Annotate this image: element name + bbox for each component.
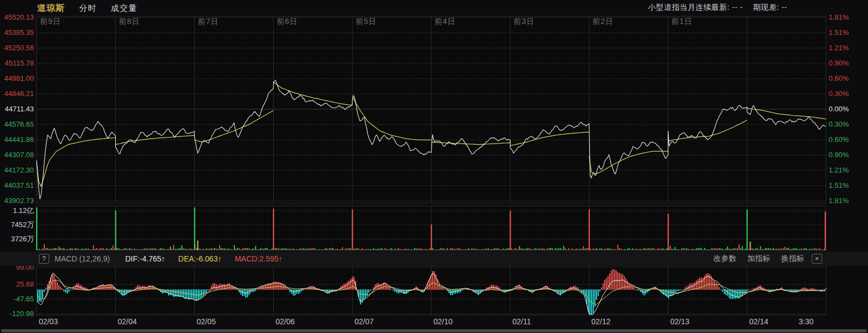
price-axis-label: 44037.51 bbox=[0, 181, 34, 189]
percent-axis-label: 1.51% bbox=[829, 181, 849, 189]
macd-header-bar: ? MACD (12,26,9) DIF:-4.765↑ DEA:-6.063↑… bbox=[0, 252, 868, 266]
top-bar: 道琼斯 分时 成交量 小型道指当月连续最新: -- - 期现差: -- bbox=[0, 0, 868, 16]
date-axis-label: 02/04 bbox=[118, 317, 137, 326]
volume-axis-label: 1.12亿 bbox=[0, 206, 34, 215]
horizontal-scrollbar[interactable] bbox=[1, 329, 867, 332]
day-section-label: 前8日 bbox=[119, 17, 140, 27]
macd-dea-value: DEA:-6.063↑ bbox=[178, 254, 221, 263]
basis-label: 期现差: bbox=[753, 3, 779, 11]
percent-axis-label: 0.90% bbox=[829, 59, 849, 67]
macd-dif-value: DIF:-4.765↑ bbox=[125, 254, 165, 263]
switch-indicator-button[interactable]: 换指标 bbox=[781, 254, 804, 264]
macd-axis-label: 25.68 bbox=[0, 280, 34, 288]
macd-buttons: 改参数 加指标 换指标 bbox=[713, 254, 804, 264]
macd-axis-label: -120.98 bbox=[0, 310, 34, 318]
price-axis-label: 44846.21 bbox=[0, 90, 34, 98]
day-section-label: 前5日 bbox=[356, 17, 377, 27]
price-axis-label: 44711.43 bbox=[0, 105, 34, 113]
macd-help-button[interactable]: ? bbox=[39, 254, 49, 264]
price-axis-label: 44172.30 bbox=[0, 166, 34, 174]
price-axis-label: 45520.13 bbox=[0, 13, 34, 21]
date-axis-label: 02/10 bbox=[434, 317, 453, 326]
percent-axis-label: 0.30% bbox=[829, 120, 849, 128]
date-axis-label: 02/07 bbox=[355, 317, 374, 326]
date-axis-label: 02/03 bbox=[39, 317, 58, 326]
session-end-time-label: 3:30 bbox=[799, 317, 813, 326]
change-params-button[interactable]: 改参数 bbox=[713, 254, 736, 264]
day-section-label: 前3日 bbox=[513, 17, 535, 27]
price-axis-label: 44307.08 bbox=[0, 151, 34, 159]
price-axis-label: 44576.65 bbox=[0, 120, 34, 128]
percent-axis-label: 1.51% bbox=[829, 28, 849, 37]
tab-volume[interactable]: 成交量 bbox=[111, 3, 137, 14]
close-indicator-button[interactable]: × bbox=[812, 254, 822, 264]
date-axis-label: 02/05 bbox=[197, 317, 216, 326]
percent-axis-label: 1.21% bbox=[829, 166, 849, 174]
date-axis-label: 02/14 bbox=[749, 317, 769, 326]
percent-axis-label: 1.81% bbox=[829, 197, 849, 205]
percent-axis-label: 0.60% bbox=[829, 74, 849, 82]
percent-axis-label: 0.30% bbox=[829, 90, 849, 98]
mini-dow-label: 小型道指当月连续最新: bbox=[648, 3, 729, 11]
volume-axis-label: 3726万 bbox=[0, 235, 34, 243]
chart-canvas[interactable] bbox=[0, 0, 868, 333]
macd-axis-label: -47.65 bbox=[0, 295, 34, 303]
trading-terminal: 道琼斯 分时 成交量 小型道指当月连续最新: -- - 期现差: -- 4552… bbox=[0, 0, 868, 333]
price-axis-label: 44981.00 bbox=[0, 74, 34, 82]
day-section-label: 前6日 bbox=[277, 17, 298, 27]
day-section-label: 前4日 bbox=[435, 17, 456, 27]
day-section-label: 前1日 bbox=[671, 17, 693, 27]
price-axis-label: 44441.86 bbox=[0, 135, 34, 144]
day-section-label: 前2日 bbox=[593, 17, 614, 27]
percent-axis-label: 0.90% bbox=[829, 151, 849, 159]
volume-axis-label: 7452万 bbox=[0, 221, 34, 229]
price-axis-label: 45385.35 bbox=[0, 28, 34, 37]
macd-macd-value: MACD:2.595↑ bbox=[235, 254, 282, 263]
mini-dow-value: -- - bbox=[732, 3, 743, 11]
symbol-name[interactable]: 道琼斯 bbox=[37, 3, 65, 14]
price-axis-label: 45250.56 bbox=[0, 44, 34, 52]
date-axis-label: 02/11 bbox=[512, 317, 531, 326]
basis-value: -- bbox=[782, 3, 787, 11]
date-axis-label: 02/12 bbox=[592, 317, 611, 326]
percent-axis-label: 1.21% bbox=[829, 44, 849, 52]
date-axis-label: 02/06 bbox=[276, 317, 295, 326]
tab-intraday[interactable]: 分时 bbox=[79, 3, 97, 14]
percent-axis-label: 0.00% bbox=[829, 105, 849, 113]
day-section-label: 前9日 bbox=[40, 17, 61, 27]
percent-axis-label: 1.81% bbox=[829, 13, 849, 21]
price-axis-label: 45115.78 bbox=[0, 59, 34, 67]
macd-indicator-name[interactable]: MACD (12,26,9) bbox=[55, 254, 110, 263]
percent-axis-label: 0.60% bbox=[829, 135, 849, 144]
futures-info: 小型道指当月连续最新: -- - 期现差: -- bbox=[648, 3, 795, 13]
add-indicator-button[interactable]: 加指标 bbox=[747, 254, 770, 264]
price-axis-label: 43902.73 bbox=[0, 197, 34, 205]
date-axis-label: 02/13 bbox=[670, 317, 689, 326]
day-section-label: 前7日 bbox=[198, 17, 219, 27]
